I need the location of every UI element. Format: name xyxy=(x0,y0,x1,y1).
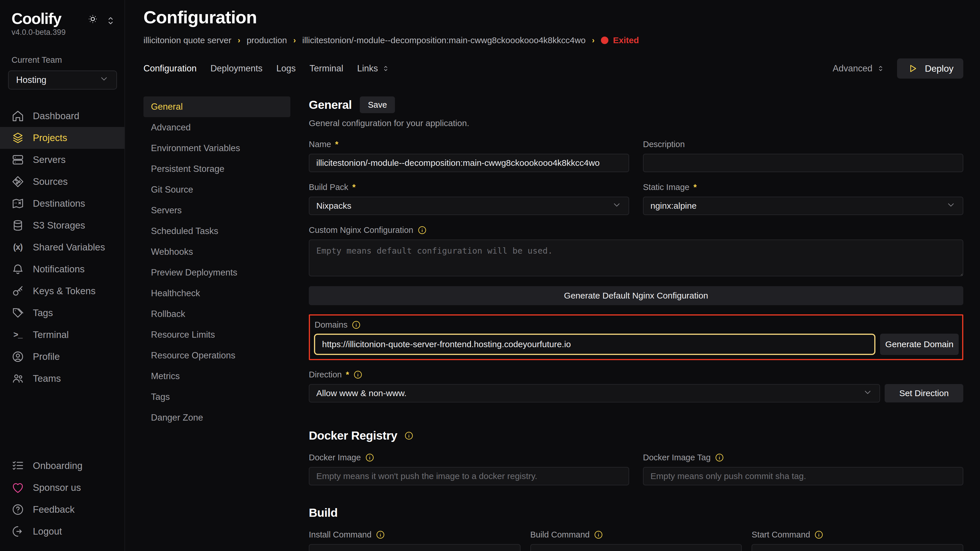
generate-nginx-button[interactable]: Generate Default Nginx Configuration xyxy=(309,286,963,305)
set-direction-button[interactable]: Set Direction xyxy=(885,384,963,402)
sidebar-collapse-icon[interactable] xyxy=(105,15,114,24)
build-pack-value: Nixpacks xyxy=(316,201,352,211)
breadcrumb-project[interactable]: illicitonion quote server xyxy=(143,35,231,45)
build-command-label: Build Command xyxy=(530,530,590,540)
sidebar-item-label: S3 Storages xyxy=(33,220,85,231)
sidebar-item-profile[interactable]: Profile xyxy=(0,346,124,368)
config-menu-webhooks[interactable]: Webhooks xyxy=(143,241,290,262)
sidebar-item-servers[interactable]: Servers xyxy=(0,149,124,171)
info-icon xyxy=(594,530,603,540)
sidebar-item-label: Logout xyxy=(33,526,62,537)
tab-deployments[interactable]: Deployments xyxy=(210,64,262,74)
play-icon xyxy=(907,63,918,74)
app-logo: Coolify xyxy=(11,10,61,27)
sidebar-item-label: Dashboard xyxy=(33,111,79,121)
info-icon xyxy=(352,320,361,330)
sidebar-item-sources[interactable]: Sources xyxy=(0,171,124,192)
generate-domain-button[interactable]: Generate Domain xyxy=(880,333,959,355)
section-title-docker-registry: Docker Registry xyxy=(309,429,397,443)
section-subtitle: General configuration for your applicati… xyxy=(309,118,963,128)
sidebar-item-label: Tags xyxy=(33,308,53,318)
deploy-button[interactable]: Deploy xyxy=(897,59,963,79)
domains-label: Domains xyxy=(315,320,347,330)
config-menu-resource-limits[interactable]: Resource Limits xyxy=(143,324,290,345)
docker-image-tag-input[interactable] xyxy=(643,467,963,485)
config-menu-resource-operations[interactable]: Resource Operations xyxy=(143,345,290,366)
chevron-down-icon xyxy=(946,200,956,212)
config-menu-tags[interactable]: Tags xyxy=(143,387,290,407)
config-menu-scheduled-tasks[interactable]: Scheduled Tasks xyxy=(143,221,290,241)
config-menu-danger-zone[interactable]: Danger Zone xyxy=(143,407,290,428)
sidebar-item-sponsor[interactable]: Sponsor us xyxy=(0,477,124,499)
sidebar-footer-nav: Onboarding Sponsor us Feedback Logout xyxy=(0,455,124,542)
breadcrumb-application[interactable]: illicitestonion/-module--decomposition:m… xyxy=(302,35,585,45)
sidebar-item-keys-tokens[interactable]: Keys & Tokens xyxy=(0,280,124,302)
info-icon xyxy=(353,370,363,380)
sidebar-item-onboarding[interactable]: Onboarding xyxy=(0,455,124,477)
config-menu-metrics[interactable]: Metrics xyxy=(143,366,290,387)
tab-configuration[interactable]: Configuration xyxy=(143,64,196,74)
tab-logs[interactable]: Logs xyxy=(276,64,296,74)
config-menu-preview-deployments[interactable]: Preview Deployments xyxy=(143,262,290,283)
custom-nginx-label: Custom Nginx Configuration xyxy=(309,225,414,235)
name-input[interactable] xyxy=(309,154,629,172)
sidebar-item-label: Terminal xyxy=(33,329,69,340)
sidebar-item-label: Onboarding xyxy=(33,460,83,471)
config-menu-git-source[interactable]: Git Source xyxy=(143,179,290,200)
static-image-select[interactable]: nginx:alpine xyxy=(643,197,963,215)
sidebar-item-feedback[interactable]: Feedback xyxy=(0,499,124,521)
chevron-down-icon xyxy=(863,387,873,399)
sidebar-item-label: Servers xyxy=(33,154,66,165)
config-menu-persistent-storage[interactable]: Persistent Storage xyxy=(143,159,290,179)
sidebar-item-projects[interactable]: Projects xyxy=(0,127,124,149)
sidebar-item-shared-variables[interactable]: (x) Shared Variables xyxy=(0,237,124,258)
breadcrumb-environment[interactable]: production xyxy=(247,35,287,45)
home-icon xyxy=(11,110,24,122)
sidebar-item-tags[interactable]: Tags xyxy=(0,302,124,324)
sidebar-item-terminal[interactable]: >_ Terminal xyxy=(0,324,124,346)
sidebar-item-dashboard[interactable]: Dashboard xyxy=(0,105,124,127)
sidebar-item-s3-storages[interactable]: S3 Storages xyxy=(0,214,124,237)
docker-image-input[interactable] xyxy=(309,467,629,485)
sidebar-item-logout[interactable]: Logout xyxy=(0,521,124,542)
sidebar-item-teams[interactable]: Teams xyxy=(0,368,124,389)
sidebar-item-label: Profile xyxy=(33,351,60,362)
chevron-down-icon xyxy=(612,200,622,212)
direction-value: Allow www & non-www. xyxy=(316,388,406,398)
start-command-input[interactable] xyxy=(752,544,963,551)
server-icon xyxy=(11,154,24,166)
chevron-updown-icon xyxy=(382,64,390,73)
direction-select[interactable]: Allow www & non-www. xyxy=(309,384,880,402)
domains-input[interactable] xyxy=(314,333,875,355)
static-image-label: Static Image xyxy=(643,183,689,192)
team-select-value: Hosting xyxy=(16,75,46,85)
config-menu-general[interactable]: General xyxy=(143,97,290,117)
sidebar-item-notifications[interactable]: Notifications xyxy=(0,258,124,280)
sidebar-item-destinations[interactable]: Destinations xyxy=(0,192,124,214)
config-menu: General Advanced Environment Variables P… xyxy=(143,97,290,551)
build-command-input[interactable] xyxy=(530,544,742,551)
advanced-dropdown[interactable]: Advanced xyxy=(833,64,885,74)
theme-sun-icon[interactable] xyxy=(87,13,99,26)
config-menu-environment-variables[interactable]: Environment Variables xyxy=(143,138,290,159)
build-pack-select[interactable]: Nixpacks xyxy=(309,197,629,215)
domains-highlighted-section: Domains Generate Domain xyxy=(309,314,963,360)
chevron-updown-icon xyxy=(876,64,885,73)
save-button[interactable]: Save xyxy=(360,97,395,113)
config-menu-advanced[interactable]: Advanced xyxy=(143,117,290,138)
static-image-value: nginx:alpine xyxy=(651,201,697,211)
sidebar-item-label: Feedback xyxy=(33,504,75,515)
team-select[interactable]: Hosting xyxy=(8,70,117,89)
description-input[interactable] xyxy=(643,154,963,172)
map-icon xyxy=(11,197,24,210)
database-icon xyxy=(11,219,24,232)
tab-terminal[interactable]: Terminal xyxy=(310,64,344,74)
tab-links[interactable]: Links xyxy=(357,64,390,74)
direction-label: Direction xyxy=(309,370,342,380)
page-title: Configuration xyxy=(143,7,963,27)
config-menu-servers[interactable]: Servers xyxy=(143,200,290,221)
config-menu-healthcheck[interactable]: Healthcheck xyxy=(143,283,290,304)
install-command-input[interactable] xyxy=(309,544,520,551)
config-menu-rollback[interactable]: Rollback xyxy=(143,304,290,324)
custom-nginx-textarea[interactable] xyxy=(309,240,963,276)
